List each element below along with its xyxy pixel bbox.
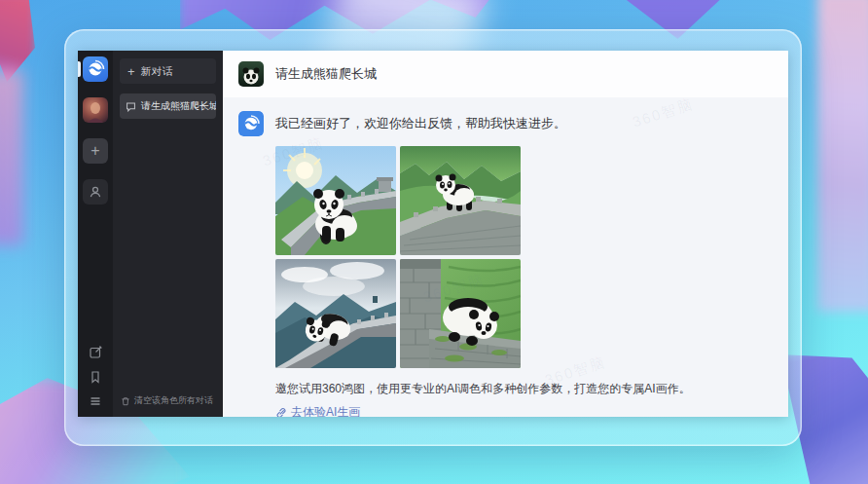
generated-image-1[interactable] (275, 146, 396, 255)
wallpaper-crystal (0, 70, 23, 245)
generated-image-3[interactable] (275, 259, 396, 368)
clear-conversations-label: 清空该角色所有对话 (134, 394, 213, 407)
window-content: + + 新对 (78, 51, 788, 417)
nav-rail: + (78, 51, 113, 417)
rail-bottom-tools (89, 345, 103, 417)
user-message-row: 请生成熊猫爬长城 (223, 51, 788, 97)
wallpaper-crystal (0, 0, 35, 82)
promo-text: 邀您试用360鸿图，使用更专业的AI调色和多种创作参数，打造您的专属AI画作。 (275, 381, 773, 397)
generated-image-grid (275, 146, 773, 368)
menu-icon[interactable] (89, 394, 102, 408)
active-role-indicator (78, 61, 81, 77)
window-titlebar[interactable] (64, 29, 802, 51)
app-window: + + 新对 (64, 29, 802, 446)
bookmark-icon[interactable] (89, 370, 102, 384)
role-avatar[interactable] (83, 97, 108, 123)
add-role-button[interactable]: + (83, 138, 108, 164)
try-ai-painting-label: 去体验AI生画 (291, 404, 360, 417)
ai-response-section: 我已经画好了，欢迎你给出反馈，帮助我快速进步。 (223, 97, 788, 417)
generated-image-2[interactable] (400, 146, 521, 255)
try-ai-painting-link[interactable]: 去体验AI生画 (275, 404, 773, 417)
new-chat-button[interactable]: + 新对话 (120, 58, 216, 84)
link-icon (275, 407, 287, 418)
generated-image-4[interactable] (400, 259, 521, 368)
ai-message-text: 我已经画好了，欢迎你给出反馈，帮助我快速进步。 (275, 111, 566, 136)
chat-bubble-icon (126, 101, 136, 112)
ai-message-row: 我已经画好了，欢迎你给出反馈，帮助我快速进步。 (238, 111, 773, 136)
compose-icon[interactable] (89, 345, 103, 359)
trash-icon (121, 396, 130, 406)
role-market-icon[interactable] (83, 179, 108, 205)
ai-assistant-avatar (238, 111, 264, 136)
chat-history-item[interactable]: 请生成熊猫爬长城 (120, 93, 216, 119)
chat-panel: 360智脑 360智脑 360智脑 360智脑 (223, 51, 788, 417)
chat-sidebar: + 新对话 请生成熊猫爬长城 清空该角色所有对话 (113, 51, 223, 417)
ai-assistant-logo-icon[interactable] (83, 56, 108, 82)
user-message-text: 请生成熊猫爬长城 (275, 61, 377, 87)
plus-icon: + (127, 65, 135, 78)
chat-item-label: 请生成熊猫爬长城 (141, 99, 216, 113)
wallpaper-crystal (817, 0, 868, 312)
user-panda-avatar (238, 61, 264, 87)
clear-conversations-button[interactable]: 清空该角色所有对话 (113, 387, 223, 417)
new-chat-label: 新对话 (141, 64, 173, 79)
